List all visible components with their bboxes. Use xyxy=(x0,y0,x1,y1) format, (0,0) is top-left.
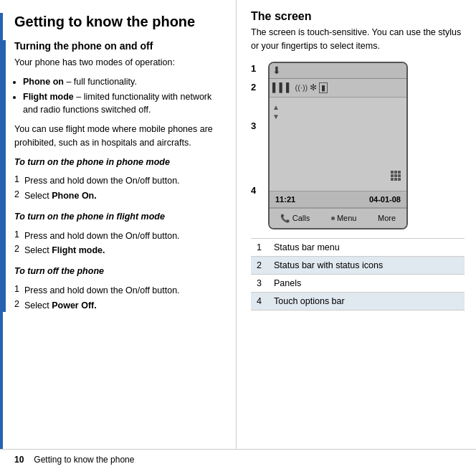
label-2: 2 xyxy=(251,82,256,93)
page-label: Getting to know the phone xyxy=(34,455,134,465)
phone-time-bar: 11:21 04-01-08 xyxy=(270,191,406,208)
menu-button[interactable]: Menu xyxy=(331,214,357,222)
sub-section-turn-off: To turn off the phone 1 Press and hold d… xyxy=(14,265,224,312)
ann-row-2: 2 Status bar with status icons xyxy=(251,256,465,274)
panels-area: ▲ ▼ xyxy=(270,98,406,191)
status-icons-group: ▌▌▌ ((·)) ✻ ▮ xyxy=(272,82,328,93)
bottom-bar: 10 Getting to know the phone xyxy=(0,449,476,469)
scroll-up-icon: ▲ xyxy=(272,103,280,111)
menu-dot-icon xyxy=(331,217,335,220)
bullet-list: Phone on – full functionality. Flight mo… xyxy=(23,75,224,117)
ann-num-3: 3 xyxy=(251,274,268,292)
step-3-1: 1 Press and hold down the On/off button. xyxy=(14,284,224,298)
step-text-2-2: Select Flight mode. xyxy=(24,244,224,257)
ann-num-4: 4 xyxy=(251,292,268,310)
italic-heading-2: To turn on the phone in flight mode xyxy=(14,210,224,224)
section-intro: Your phone has two modes of operation: xyxy=(14,56,224,70)
bullet-rest-1: – full functionality. xyxy=(64,77,137,87)
battery-icon: ▮ xyxy=(319,82,328,93)
right-heading: The screen xyxy=(251,10,465,23)
step-num-3-2: 2 xyxy=(14,299,24,313)
status-menu-arrow-icon: ⬇ xyxy=(272,65,281,76)
step-num-3-1: 1 xyxy=(14,284,24,298)
more-label: More xyxy=(378,214,396,222)
step-num-2-1: 1 xyxy=(14,229,24,243)
phone-date: 04-01-08 xyxy=(369,195,401,204)
step-2-1: 1 Press and hold down the On/off button. xyxy=(14,229,224,243)
phone-illustration-area: 1 2 3 4 ⬇ ▌▌▌ ((·)) ✻ ▮ xyxy=(251,62,465,229)
status-bar-with-icons: ▌▌▌ ((·)) ✻ ▮ xyxy=(270,79,406,98)
left-column: Getting to know the phone Turning the ph… xyxy=(0,0,237,449)
bullet-bold-2: Flight mode xyxy=(23,92,74,102)
bullet-bold-1: Phone on xyxy=(23,77,64,87)
step-bold-1-2: Phone On. xyxy=(52,191,97,201)
page-container: Getting to know the phone Turning the ph… xyxy=(0,0,476,449)
step-text-2-1: Press and hold down the On/off button. xyxy=(24,229,224,243)
step-num-1-2: 2 xyxy=(14,189,24,203)
menu-label: Menu xyxy=(337,214,357,222)
annotation-table: 1 Status bar menu 2 Status bar with stat… xyxy=(251,238,465,311)
sub-section-flight-mode: To turn on the phone in flight mode 1 Pr… xyxy=(14,210,224,257)
calls-label: Calls xyxy=(292,214,310,222)
section-blue-bar-sub2 xyxy=(3,210,6,257)
label-4: 4 xyxy=(251,185,256,196)
bullet-item-2: Flight mode – limited functionality with… xyxy=(23,90,224,118)
right-column: The screen The screen is touch-sensitive… xyxy=(237,0,476,449)
section-blue-bar-sub3 xyxy=(3,265,6,312)
bullet-item-1: Phone on – full functionality. xyxy=(23,75,224,89)
step-num-2-2: 2 xyxy=(14,244,24,257)
step-2-2: 2 Select Flight mode. xyxy=(14,244,224,257)
bluetooth-icon: ✻ xyxy=(310,82,317,93)
label-1: 1 xyxy=(251,63,256,74)
ann-num-2: 2 xyxy=(251,256,268,274)
ann-text-4: Touch options bar xyxy=(268,292,465,310)
italic-heading-3: To turn off the phone xyxy=(14,265,224,278)
step-num-1-1: 1 xyxy=(14,174,24,188)
section-blue-bar-sub1 xyxy=(3,156,6,203)
step-bold-2-2: Flight mode. xyxy=(52,245,105,255)
section-para2: You can use flight mode where mobile pho… xyxy=(14,123,224,150)
step-text-3-2: Select Power Off. xyxy=(24,299,224,313)
step-text-1-1: Press and hold down the On/off button. xyxy=(24,174,224,188)
right-description: The screen is touch-sensitive. You can u… xyxy=(251,26,465,53)
touch-options-bar: 📞 Calls Menu More xyxy=(270,208,406,228)
sub-section-phone-mode: To turn on the phone in phone mode 1 Pre… xyxy=(14,156,224,203)
scroll-down-icon: ▼ xyxy=(272,113,280,120)
label-3: 3 xyxy=(251,120,256,131)
ann-row-3: 3 Panels xyxy=(251,274,465,292)
panel-grid-icon xyxy=(391,169,401,181)
section-phone-on-off: Turning the phone on and off Your phone … xyxy=(14,40,224,312)
step-text-1-2: Select Phone On. xyxy=(24,189,224,203)
signal-bars-icon: ▌▌▌ xyxy=(272,82,293,93)
step-3-2: 2 Select Power Off. xyxy=(14,299,224,313)
status-bar-menu: ⬇ xyxy=(270,63,406,79)
calls-icon: 📞 xyxy=(280,214,290,223)
step-1-1: 1 Press and hold down the On/off button. xyxy=(14,174,224,188)
ann-num-1: 1 xyxy=(251,238,268,256)
italic-heading-1: To turn on the phone in phone mode xyxy=(14,156,224,169)
step-text-3-1: Press and hold down the On/off button. xyxy=(24,284,224,298)
page-number: 10 xyxy=(14,455,24,465)
scroll-arrows: ▲ ▼ xyxy=(272,103,280,120)
left-title: Getting to know the phone xyxy=(14,13,224,30)
step-bold-3-2: Power Off. xyxy=(52,300,97,311)
phone-mockup: ⬇ ▌▌▌ ((·)) ✻ ▮ xyxy=(268,62,408,229)
wifi-icon: ((·)) xyxy=(295,83,308,92)
ann-text-2: Status bar with status icons xyxy=(268,256,465,274)
ann-row-4: 4 Touch options bar xyxy=(251,292,465,310)
ann-row-1: 1 Status bar menu xyxy=(251,238,465,256)
ann-text-1: Status bar menu xyxy=(268,238,465,256)
ann-text-3: Panels xyxy=(268,274,465,292)
calls-button[interactable]: 📞 Calls xyxy=(280,214,310,223)
phone-time: 11:21 xyxy=(275,195,295,204)
section-heading-1: Turning the phone on and off xyxy=(14,40,224,52)
more-button[interactable]: More xyxy=(378,214,396,222)
step-1-2: 2 Select Phone On. xyxy=(14,189,224,203)
